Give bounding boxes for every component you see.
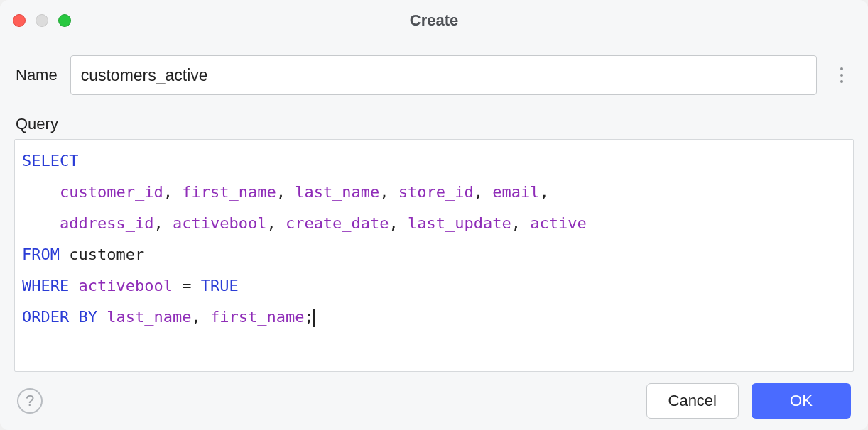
zoom-icon[interactable] [58,14,71,27]
dialog-footer: ? Cancel OK [0,372,868,430]
traffic-lights [13,14,71,27]
help-icon[interactable]: ? [17,388,43,414]
name-row: Name [14,55,854,95]
close-icon[interactable] [13,14,26,27]
name-input[interactable] [70,55,817,95]
dialog-content: Name Query SELECT customer_id, first_nam… [0,41,868,372]
page-title: Create [410,11,458,30]
cancel-button[interactable]: Cancel [646,383,739,419]
query-label: Query [14,115,854,133]
title-bar: Create [0,0,868,41]
query-editor[interactable]: SELECT customer_id, first_name, last_nam… [14,139,854,372]
name-label: Name [14,66,58,84]
more-options-icon[interactable] [830,63,854,87]
ok-button[interactable]: OK [752,383,851,419]
minimize-icon[interactable] [36,14,48,27]
dialog-window: Create Name Query SELECT customer_id, fi… [0,0,868,430]
